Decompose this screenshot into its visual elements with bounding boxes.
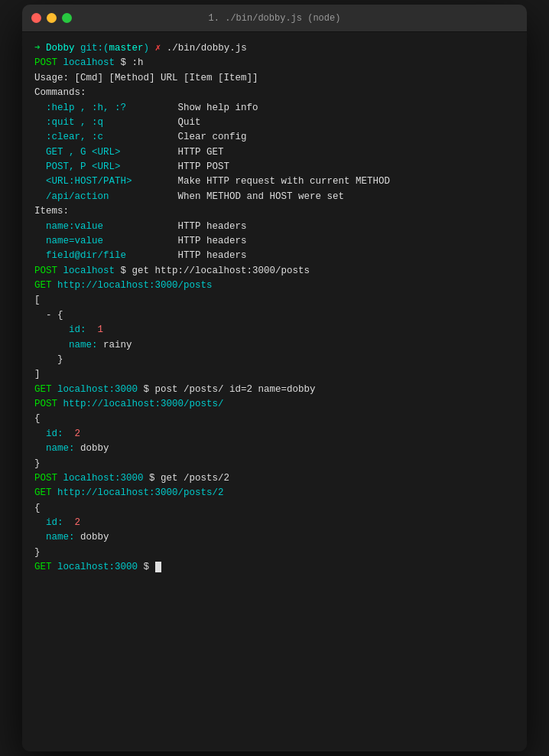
terminal-line: POST localhost $ get http://localhost:30…: [34, 264, 515, 279]
terminal-line: name: rainy: [34, 338, 515, 353]
terminal-line: Usage: [Cmd] [Method] URL [Item [Item]]: [34, 71, 515, 86]
terminal-line: GET localhost:3000 $ post /posts/ id=2 n…: [34, 383, 515, 397]
terminal-line: {: [34, 412, 515, 426]
terminal-line: GET localhost:3000 $: [34, 560, 515, 575]
terminal-line: ]: [34, 367, 515, 382]
terminal-line: id: 1: [34, 323, 515, 337]
terminal-line: GET , G <URL> HTTP GET: [34, 145, 515, 160]
terminal-line: field@dir/file HTTP headers: [34, 249, 515, 263]
terminal-line: id: 2: [34, 516, 515, 530]
terminal-window: 1. ./bin/dobby.js (node) ➜ Dobby git:(ma…: [22, 5, 527, 751]
terminal-line: POST localhost:3000 $ get /posts/2: [34, 471, 515, 486]
terminal-line: :quit , :q Quit: [34, 116, 515, 130]
terminal-line: }: [34, 546, 515, 560]
terminal-line: [: [34, 293, 515, 308]
terminal-line: ➜ Dobby git:(master) ✗ ./bin/dobby.js: [34, 41, 515, 56]
terminal-line: {: [34, 501, 515, 516]
terminal-line: name: dobby: [34, 530, 515, 545]
window-title: 1. ./bin/dobby.js (node): [209, 13, 341, 24]
terminal-line: name:value HTTP headers: [34, 220, 515, 234]
terminal-line: - {: [34, 308, 515, 323]
terminal-line: Items:: [34, 204, 515, 219]
terminal-line: }: [34, 457, 515, 471]
terminal-line: }: [34, 353, 515, 367]
minimize-button[interactable]: [47, 13, 57, 23]
terminal-line: POST localhost $ :h: [34, 56, 515, 70]
maximize-button[interactable]: [62, 13, 72, 23]
cursor: [155, 562, 161, 572]
traffic-lights: [31, 13, 72, 23]
terminal-line: :clear, :c Clear config: [34, 130, 515, 145]
terminal-line: /api/action When METHOD and HOST were se…: [34, 190, 515, 204]
terminal-line: GET http://localhost:3000/posts/2: [34, 486, 515, 500]
terminal-line: <URL:HOST/PATH> Make HTTP request with c…: [34, 174, 515, 189]
terminal-line: POST http://localhost:3000/posts/: [34, 397, 515, 412]
terminal-line: :help , :h, :? Show help info: [34, 101, 515, 116]
terminal-body[interactable]: ➜ Dobby git:(master) ✗ ./bin/dobby.js PO…: [22, 32, 527, 751]
terminal-line: name=value HTTP headers: [34, 234, 515, 249]
terminal-line: id: 2: [34, 427, 515, 442]
terminal-line: Commands:: [34, 86, 515, 100]
close-button[interactable]: [31, 13, 41, 23]
terminal-line: POST, P <URL> HTTP POST: [34, 160, 515, 174]
title-bar: 1. ./bin/dobby.js (node): [22, 5, 527, 32]
terminal-line: GET http://localhost:3000/posts: [34, 279, 515, 293]
terminal-line: name: dobby: [34, 442, 515, 456]
